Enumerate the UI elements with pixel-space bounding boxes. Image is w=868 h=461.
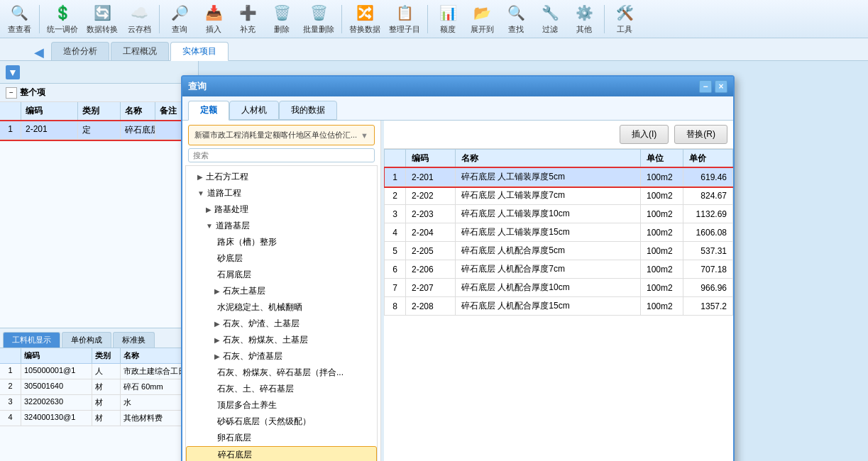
query-button[interactable]: 🔎 查询 [164, 1, 195, 36]
tree-item-label: 道路工程 [207, 187, 241, 199]
tree-item-label: 顶层多合土养生 [217, 399, 277, 411]
dialog-action-bar: 插入(I) 替换(R) [384, 121, 733, 149]
expand-button[interactable]: 📂 展开到 [466, 1, 498, 36]
sep5 [604, 5, 605, 33]
tree-item[interactable]: ▶ 路基处理 [186, 201, 377, 218]
tree-toggle-icon: ▼ [197, 189, 204, 197]
tree-item[interactable]: ▶ 土石方工程 [186, 169, 377, 185]
replace-result-button[interactable]: 替换(R) [674, 125, 727, 144]
tree-item[interactable]: ▶ 石灰土基层 [186, 283, 377, 299]
rrow-name: 碎石底层 人机配合厚度15cm [456, 297, 641, 316]
tree-item-label: 土石方工程 [206, 171, 248, 183]
result-table-row[interactable]: 1 2-201 碎石底层 人工铺装厚度5cm 100m2 619.46 [385, 168, 733, 187]
source-button[interactable]: 新疆市政工程消耗量定额喀什地区单位估价汇... ▼ [188, 125, 375, 145]
rrow-price: 966.96 [683, 279, 733, 297]
result-table-row[interactable]: 3 2-203 碎石底层 人工铺装厚度10cm 100m2 1132.69 [385, 205, 733, 223]
insert-button[interactable]: 📥 插入 [198, 1, 229, 36]
tree-item[interactable]: 碎石底层 [186, 446, 377, 461]
rrow-code: 2-207 [406, 279, 456, 297]
nav-back-button[interactable]: ◀ [34, 45, 44, 60]
tree-item[interactable]: 砂底层 [186, 250, 377, 267]
rh-code: 编码 [406, 150, 456, 168]
quota-button[interactable]: 📊 额度 [432, 1, 463, 36]
tree-item[interactable]: 卵石底层 [186, 430, 377, 446]
delete-button[interactable]: 🗑️ 删除 [266, 1, 297, 36]
supplement-button[interactable]: ➕ 补充 [232, 1, 263, 36]
tree-item[interactable]: 水泥稳定土、机械翻晒 [186, 299, 377, 316]
tools-button[interactable]: 🛠️ 工具 [609, 1, 640, 36]
tree-item-label: 石灰、土、碎石基层 [217, 383, 294, 395]
result-table-row[interactable]: 8 2-208 碎石底层 人机配合厚度15cm 100m2 1357.2 [385, 297, 733, 316]
insert-icon: 📥 [204, 3, 224, 23]
source-label: 新疆市政工程消耗量定额喀什地区单位估价汇... [194, 130, 358, 140]
replace-label: 替换数据 [349, 24, 380, 35]
tree-area: ▶ 土石方工程 ▼ 道路工程 ▶ 路基处理 ▼ 道路基层 路床（槽）整形 砂底层… [185, 165, 378, 461]
dtab-mydata[interactable]: 我的数据 [279, 101, 337, 120]
rrow-unit: 100m2 [641, 168, 683, 187]
tree-item-label: 石灰、粉煤灰、土基层 [223, 334, 308, 346]
tools-label: 工具 [617, 24, 632, 35]
rh-name: 名称 [456, 150, 641, 168]
delete-label: 删除 [274, 24, 290, 35]
replace-icon: 🔀 [355, 3, 375, 23]
tree-item[interactable]: ▼ 道路基层 [186, 218, 377, 234]
toolbar: 🔍 查查看 💲 统一调价 🔄 数据转换 ☁️ 云存档 🔎 查询 📥 插入 ➕ 补… [0, 0, 868, 38]
result-table-row[interactable]: 7 2-207 碎石底层 人机配合厚度10cm 100m2 966.96 [385, 279, 733, 297]
data-convert-label: 数据转换 [87, 24, 118, 35]
batch-delete-button[interactable]: 🗑️ 批量删除 [300, 1, 337, 36]
tree-toggle-icon: ▶ [214, 352, 220, 360]
find-button[interactable]: 🔍 查找 [500, 1, 532, 36]
search-input[interactable] [188, 148, 375, 162]
dtab-quota[interactable]: 定额 [188, 101, 229, 121]
tab-entity-project[interactable]: 实体项目 [170, 42, 229, 61]
tree-item[interactable]: ▼ 道路工程 [186, 185, 377, 201]
expand-icon: 📂 [472, 3, 492, 23]
result-table-row[interactable]: 2 2-202 碎石底层 人工铺装厚度7cm 100m2 824.67 [385, 187, 733, 205]
other-icon: ⚙️ [574, 3, 594, 23]
check-icon: 🔍 [9, 3, 29, 23]
cloud-file-button[interactable]: ☁️ 云存档 [123, 1, 155, 36]
dialog-minimize-button[interactable]: − [699, 80, 712, 93]
rrow-no: 7 [385, 279, 406, 297]
result-table: 编码 名称 单位 单价 1 2-201 碎石底层 人工铺装厚度5cm 100m2… [384, 149, 733, 316]
tree-item-label: 砂底层 [217, 252, 243, 265]
tab-project-overview[interactable]: 工程概况 [111, 42, 169, 60]
rrow-code: 2-202 [406, 187, 456, 205]
unified-price-button[interactable]: 💲 统一调价 [44, 1, 81, 36]
tree-item-label: 石屑底层 [217, 269, 251, 281]
tree-item[interactable]: ▶ 石灰、炉渣基层 [186, 348, 377, 365]
sep4 [427, 5, 428, 33]
quota-label: 额度 [440, 24, 456, 35]
dtab-labor[interactable]: 人材机 [229, 101, 279, 120]
insert-result-button[interactable]: 插入(I) [620, 125, 669, 144]
tree-item[interactable]: 石屑底层 [186, 267, 377, 283]
filter-button[interactable]: 🔧 过滤 [534, 1, 566, 36]
tree-item[interactable]: 石灰、土、碎石基层 [186, 381, 377, 397]
result-table-row[interactable]: 5 2-205 碎石底层 人机配合厚度5cm 100m2 537.31 [385, 242, 733, 260]
result-table-row[interactable]: 6 2-206 碎石底层 人机配合厚度7cm 100m2 707.18 [385, 260, 733, 279]
check-button[interactable]: 🔍 查查看 [4, 1, 35, 36]
tree-item[interactable]: 砂砾石底层（天然级配） [186, 413, 377, 430]
result-table-row[interactable]: 4 2-204 碎石底层 人工铺装厚度15cm 100m2 1606.08 [385, 223, 733, 242]
rrow-code: 2-208 [406, 297, 456, 316]
organize-label: 整理子目 [389, 24, 420, 35]
replace-data-button[interactable]: 🔀 替换数据 [346, 1, 383, 36]
tree-item[interactable]: 路床（槽）整形 [186, 234, 377, 250]
query-icon: 🔎 [170, 3, 189, 23]
tree-item[interactable]: 顶层多合土养生 [186, 397, 377, 413]
tree-item[interactable]: ▶ 石灰、炉渣、土基层 [186, 316, 377, 332]
rrow-unit: 100m2 [641, 260, 683, 279]
result-table-body: 1 2-201 碎石底层 人工铺装厚度5cm 100m2 619.46 2 2-… [385, 168, 733, 316]
tab-cost-analysis[interactable]: 造价分析 [51, 42, 109, 60]
rrow-unit: 100m2 [641, 205, 683, 223]
tree-item[interactable]: 石灰、粉煤灰、碎石基层（拌合... [186, 365, 377, 381]
data-convert-button[interactable]: 🔄 数据转换 [84, 1, 121, 36]
rrow-name: 碎石底层 人机配合厚度10cm [456, 279, 641, 297]
rrow-name: 碎石底层 人工铺装厚度5cm [456, 168, 641, 187]
tree-item[interactable]: ▶ 石灰、粉煤灰、土基层 [186, 332, 377, 348]
rrow-unit: 100m2 [641, 279, 683, 297]
filter-icon: 🔧 [540, 3, 560, 23]
other-button[interactable]: ⚙️ 其他 [568, 1, 600, 36]
dialog-close-button[interactable]: × [715, 80, 727, 93]
organize-button[interactable]: 📋 整理子目 [386, 1, 423, 36]
